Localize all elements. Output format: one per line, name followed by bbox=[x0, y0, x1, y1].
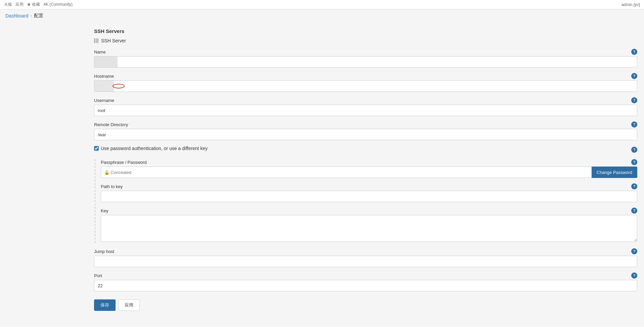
name-help-icon[interactable]: ? bbox=[631, 49, 637, 55]
use-password-help-icon[interactable]: ? bbox=[631, 147, 637, 153]
path-to-key-label: Path to key bbox=[101, 184, 123, 189]
passphrase-help-icon[interactable]: ? bbox=[631, 159, 637, 165]
jump-host-label: Jump host bbox=[94, 249, 114, 254]
breadcrumb-sep: › bbox=[31, 13, 32, 18]
username-label: Username bbox=[94, 98, 114, 103]
jump-host-input[interactable] bbox=[94, 256, 637, 267]
server-header: SSH Server bbox=[94, 38, 637, 43]
remote-dir-help-icon[interactable]: ? bbox=[631, 121, 637, 128]
key-help-icon[interactable]: ? bbox=[631, 208, 637, 214]
indented-auth-section: Passphrase / Password ? 🔒 Change Passwor… bbox=[95, 159, 637, 243]
passphrase-input[interactable] bbox=[101, 167, 592, 178]
top-bar: 火狐 应用 ★ 收藏 4K (Community) admin [yo] bbox=[0, 0, 644, 9]
name-input-wrapper bbox=[94, 56, 637, 68]
path-to-key-help-icon[interactable]: ? bbox=[631, 183, 637, 189]
use-password-checkbox-row: Use password authentication, or use a di… bbox=[94, 146, 208, 151]
port-label: Port bbox=[94, 273, 102, 278]
remote-dir-label: Remote Directory bbox=[94, 122, 128, 127]
remote-dir-input[interactable] bbox=[94, 129, 637, 140]
passphrase-label: Passphrase / Password bbox=[101, 160, 147, 165]
hostname-help-icon[interactable]: ? bbox=[631, 73, 637, 79]
server-name-label: SSH Server bbox=[101, 38, 126, 43]
breadcrumb: Dashboard › 配置 bbox=[0, 9, 644, 22]
key-textarea[interactable] bbox=[101, 215, 637, 242]
browser-tabs: 火狐 应用 ★ 收藏 4K (Community) bbox=[4, 2, 73, 7]
key-label: Key bbox=[101, 208, 108, 213]
section-title: SSH Servers bbox=[94, 26, 637, 34]
use-password-checkbox-label: Use password authentication, or use a di… bbox=[101, 146, 208, 151]
apply-button[interactable]: 应用 bbox=[118, 299, 140, 311]
use-password-group: Use password authentication, or use a di… bbox=[94, 146, 637, 154]
hostname-field-group: Hostname ? bbox=[94, 73, 637, 92]
password-field-row: 🔒 Change Password bbox=[101, 167, 637, 178]
port-input[interactable] bbox=[94, 280, 637, 291]
key-field-group: Key ? bbox=[101, 208, 637, 243]
use-password-checkbox[interactable] bbox=[94, 146, 99, 151]
name-input[interactable] bbox=[94, 56, 637, 68]
server-icon bbox=[94, 38, 98, 43]
password-inner-wrapper: 🔒 bbox=[101, 167, 592, 178]
jump-host-field-group: Jump host ? bbox=[94, 248, 637, 267]
main-content: SSH Servers SSH Server Name ? Hostname ? bbox=[0, 22, 644, 327]
breadcrumb-dashboard[interactable]: Dashboard bbox=[5, 13, 29, 19]
jump-host-help-icon[interactable]: ? bbox=[631, 248, 637, 254]
remote-dir-field-group: Remote Directory ? bbox=[94, 121, 637, 140]
save-button[interactable]: 保存 bbox=[94, 299, 116, 311]
hostname-input-wrapper bbox=[94, 80, 637, 92]
user-info: admin [yo] bbox=[621, 2, 640, 7]
change-password-button[interactable]: Change Password bbox=[592, 167, 637, 178]
port-help-icon[interactable]: ? bbox=[631, 272, 637, 279]
path-to-key-input[interactable] bbox=[101, 191, 637, 202]
username-field-group: Username ? bbox=[94, 97, 637, 116]
passphrase-field-group: Passphrase / Password ? 🔒 Change Passwor… bbox=[101, 159, 637, 178]
username-help-icon[interactable]: ? bbox=[631, 97, 637, 103]
port-field-group: Port ? bbox=[94, 272, 637, 291]
hostname-input[interactable] bbox=[94, 80, 637, 92]
path-to-key-field-group: Path to key ? bbox=[101, 183, 637, 202]
name-label: Name bbox=[94, 49, 106, 54]
hostname-label: Hostname bbox=[94, 74, 114, 79]
breadcrumb-current: 配置 bbox=[34, 13, 43, 19]
username-input[interactable] bbox=[94, 105, 637, 116]
name-field-group: Name ? bbox=[94, 49, 637, 68]
footer-buttons: 保存 应用 bbox=[94, 299, 637, 311]
